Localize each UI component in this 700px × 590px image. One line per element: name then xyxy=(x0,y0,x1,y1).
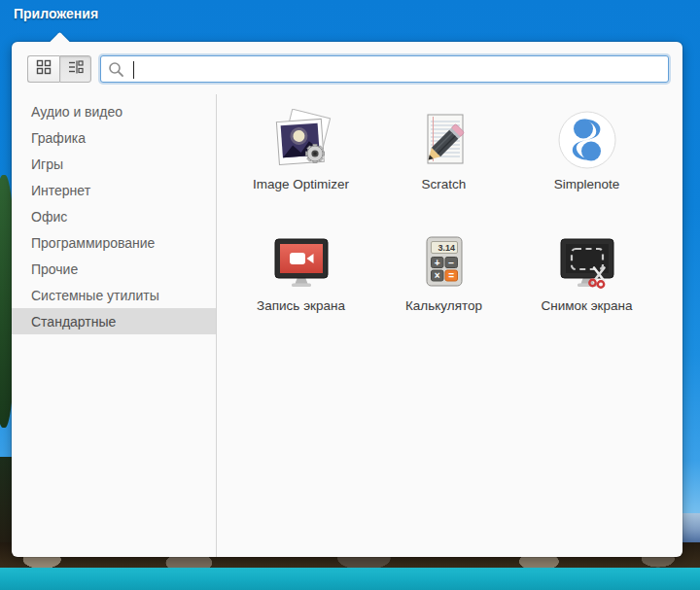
app-label: Снимок экрана xyxy=(542,298,633,313)
app-screen-record[interactable]: Запись экрана xyxy=(229,216,372,337)
scratch-icon xyxy=(413,109,475,171)
calculator-icon: 3.14 + − × = xyxy=(413,230,475,293)
app-label: Запись экрана xyxy=(257,298,345,313)
grid-view-button[interactable] xyxy=(27,55,59,83)
category-sidebar: Аудио и видео Графика Игры Интернет Офис… xyxy=(12,94,217,557)
category-view-button[interactable] xyxy=(59,55,91,83)
app-screenshot[interactable]: Снимок экрана xyxy=(515,216,658,337)
calc-multiply: × xyxy=(434,270,439,281)
app-calculator[interactable]: 3.14 + − × = Калькулятор xyxy=(372,216,515,337)
sidebar-item-accessories[interactable]: Стандартные xyxy=(12,308,216,334)
sidebar-item-other[interactable]: Прочие xyxy=(12,256,216,282)
app-label: Simplenote xyxy=(554,177,620,191)
app-grid: Image Optimizer xyxy=(217,94,682,557)
grid-view-icon xyxy=(36,59,52,79)
sidebar-item-graphics[interactable]: Графика xyxy=(12,124,216,151)
app-label: Scratch xyxy=(422,177,467,191)
search-field[interactable] xyxy=(100,55,669,83)
simplenote-icon xyxy=(556,109,618,171)
screenshot-icon xyxy=(556,230,618,293)
app-image-optimizer[interactable]: Image Optimizer xyxy=(229,94,372,216)
calc-minus: − xyxy=(448,258,454,268)
category-view-icon xyxy=(68,59,84,79)
app-label: Image Optimizer xyxy=(253,177,349,191)
sidebar-item-audio-video[interactable]: Аудио и видео xyxy=(12,98,216,124)
sidebar-item-system-utils[interactable]: Системные утилиты xyxy=(12,282,216,308)
calc-plus: + xyxy=(434,258,439,268)
sidebar-item-internet[interactable]: Интернет xyxy=(12,177,216,203)
wallpaper-water xyxy=(0,568,700,590)
text-caret xyxy=(133,61,134,79)
image-optimizer-icon xyxy=(270,109,332,171)
calc-display: 3.14 xyxy=(438,243,455,253)
sidebar-item-office[interactable]: Офис xyxy=(12,203,216,229)
launcher-topbar xyxy=(12,42,682,94)
applications-menu-button[interactable]: Приложения xyxy=(14,6,98,21)
screen-record-icon xyxy=(270,230,332,293)
sidebar-item-games[interactable]: Игры xyxy=(12,151,216,177)
search-input[interactable] xyxy=(101,56,668,82)
sidebar-item-programming[interactable]: Программирование xyxy=(12,229,216,256)
app-label: Калькулятор xyxy=(405,298,482,313)
applications-popover: Аудио и видео Графика Игры Интернет Офис… xyxy=(12,42,682,557)
view-toggle-group xyxy=(27,55,91,83)
app-simplenote[interactable]: Simplenote xyxy=(515,94,658,216)
calc-equals: = xyxy=(448,270,454,281)
app-scratch[interactable]: Scratch xyxy=(372,94,515,216)
launcher-content: Аудио и видео Графика Игры Интернет Офис… xyxy=(12,94,682,557)
